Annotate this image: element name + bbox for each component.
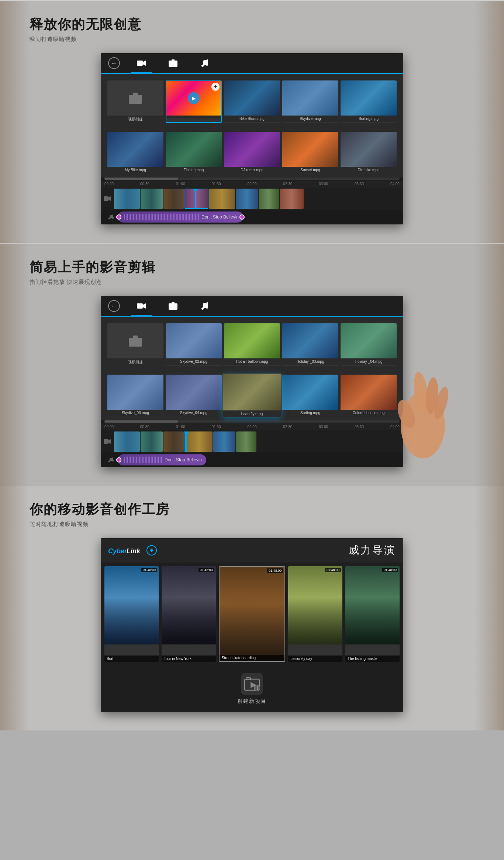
svg-point-31 [432,386,451,421]
cl-video-time-ny: 01:48:00 [199,568,214,572]
svg-point-19 [201,307,204,310]
timeline-scrollbar-1[interactable] [104,178,400,180]
timeline-2: 00:00 00:30 01:00 01:30 02:00 02:30 03:0… [101,420,403,467]
media-label-balloon: Hot air balloon.mpg [224,358,280,365]
cl-video-label-leisure: Leisurely day [288,656,342,662]
cl-video-leisure[interactable]: 01:48:00 Leisurely day [288,566,342,662]
clip-6[interactable] [236,189,258,209]
capture-item-1[interactable]: 视频捕捉 [107,80,163,123]
svg-rect-9 [133,93,138,96]
cl-video-surf[interactable]: 01:48:00 Surf [104,566,159,662]
media-item-holiday04[interactable]: Holiday _04.mpg [341,323,397,366]
media-item-mybike[interactable]: My Bike.mpg [107,132,163,173]
capture-item-2[interactable]: 视频捕捉 [107,323,163,366]
clip-7[interactable] [259,189,279,209]
clip2-3[interactable] [163,431,184,452]
clip-1[interactable] [114,189,140,209]
audio-clip-2[interactable]: Don't Stop Believin [118,454,206,465]
media-item-skydive[interactable]: Skydive.mpg [282,80,338,123]
audio-dot-left-1 [116,214,121,220]
tab-video-2[interactable] [131,300,152,312]
cl-video-label-ny: Tour in New York [162,656,216,662]
svg-rect-4 [172,59,175,61]
audio-track-icon-1 [104,214,118,220]
add-button-1[interactable]: + [211,83,220,91]
back-button-1[interactable]: ← [108,57,120,69]
media-item-icanfly[interactable]: I can fly.mpg [222,374,282,417]
audio-label-2: Don't Stop Believin [165,457,202,462]
ruler-2: 00:00 00:30 01:00 01:30 02:00 02:30 03:0… [101,423,403,430]
media-item-bikestunt[interactable]: Bike Stunt.mpg [224,80,280,123]
tab-music-1[interactable] [194,57,214,69]
tab-video-1[interactable] [131,58,152,69]
playhead-2 [186,431,187,452]
media-item-balloon[interactable]: Hot air balloon.mpg [224,323,280,366]
media-label-fishing: Fishing.mpg [166,167,222,173]
media-item-dirtbike[interactable]: Dirt bike.mpg [341,132,397,173]
svg-point-28 [401,392,445,458]
media-label-sunset: Sunset.mpg [282,167,338,173]
clip-3[interactable] [163,189,184,209]
back-button-2[interactable]: ← [108,300,120,312]
clip-8[interactable] [280,189,304,209]
audio-clip-1[interactable]: Don't Stop Believin [118,211,243,223]
cl-video-skate[interactable]: 01:48:00 Street skateboarding [219,566,285,662]
clip-4[interactable] [184,189,208,209]
svg-rect-14 [137,303,143,309]
media-item-djremix[interactable]: DJ remix.mpg [224,132,280,173]
section-3: 你的移动影音创作工房 随时随地打造吸睛视频 Cyber Link 威力导演 [0,486,504,730]
audio-track-1: Don't Stop Believin [101,210,403,224]
svg-rect-10 [104,196,108,201]
svg-point-6 [206,63,208,66]
svg-marker-1 [143,61,146,66]
media-label-skydive: Skydive.mpg [282,116,338,122]
cl-video-fish[interactable]: 01:48:00 The fishing maste [345,566,400,662]
media-label-selected [166,116,221,118]
section2-title: 简易上手的影音剪辑 [30,258,474,276]
media-label-surfing2: Surfing.mpg [282,410,338,416]
play-button-1[interactable]: ▶ [188,92,200,104]
new-project-button[interactable]: 创建新项目 [101,665,403,712]
media-item-skydive04[interactable]: Skydive_04.mpg [166,375,222,416]
media-item-skydive02[interactable]: Skydive_02.mpg [166,323,222,366]
media-label-bikestunt: Bike Stunt.mpg [224,116,280,122]
media-item-colorhouse[interactable]: Colorful house.mpg [341,375,397,416]
new-project-label: 创建新项目 [237,698,267,705]
media-label-holiday04: Holiday _04.mpg [341,358,397,365]
media-item-sunset[interactable]: Sunset.mpg [282,132,338,173]
capture-label-1: 视频捕捉 [107,116,163,123]
clip2-2[interactable] [141,431,163,452]
media-item-surfing2[interactable]: Surfing.mpg [282,375,338,416]
cl-video-list: 01:48:00 Surf 01:48:00 Tour in New York … [101,563,403,665]
back-icon-1: ← [111,60,117,66]
tab-photo-2[interactable] [163,300,183,312]
video-clips-1 [114,189,403,209]
timeline-1: 00:00 00:30 01:00 01:30 02:00 02:30 03:0… [101,178,403,224]
clip2-6[interactable] [213,431,235,452]
section2-subtitle: 指间轻滑拖放 快速展现创意 [30,279,474,286]
svg-rect-18 [172,302,175,304]
media-label-skydive04: Skydive_04.mpg [166,410,222,416]
media-item-fishing[interactable]: Fishing.mpg [166,132,222,173]
clip2-1[interactable] [114,431,140,452]
media-item-skydive03[interactable]: Skydive_03.mpg [107,375,163,416]
clip-2[interactable] [141,189,163,209]
cl-video-ny[interactable]: 01:48:00 Tour in New York [162,566,216,662]
svg-point-26 [108,461,110,462]
media-label-skydive03: Skydive_03.mpg [107,410,163,416]
media-grid-1-top: 视频捕捉 + ▶ Bike Stunt.mpg [104,77,400,127]
media-grid-2-top: 视频捕捉 Skydive_02.mpg Hot air balloon.mpg … [104,320,400,369]
svg-rect-24 [104,439,108,444]
tab-music-2[interactable] [194,300,214,312]
tab-photo-1[interactable] [163,57,183,69]
media-item-holiday03[interactable]: Holiday _03.mpg [282,323,338,366]
media-item-selected-1[interactable]: + ▶ [166,80,222,123]
svg-point-12 [108,218,110,220]
timeline-scrollbar-2[interactable] [104,420,400,423]
media-grid-2-bottom: Skydive_03.mpg Skydive_04.mpg I can fly.… [104,371,400,420]
clip2-7[interactable] [236,431,256,452]
clip-5[interactable] [209,189,235,209]
media-item-surfing[interactable]: Surfing.mpg [341,80,397,123]
cl-video-label-fish: The fishing maste [345,656,400,662]
clip2-5[interactable] [187,431,213,452]
